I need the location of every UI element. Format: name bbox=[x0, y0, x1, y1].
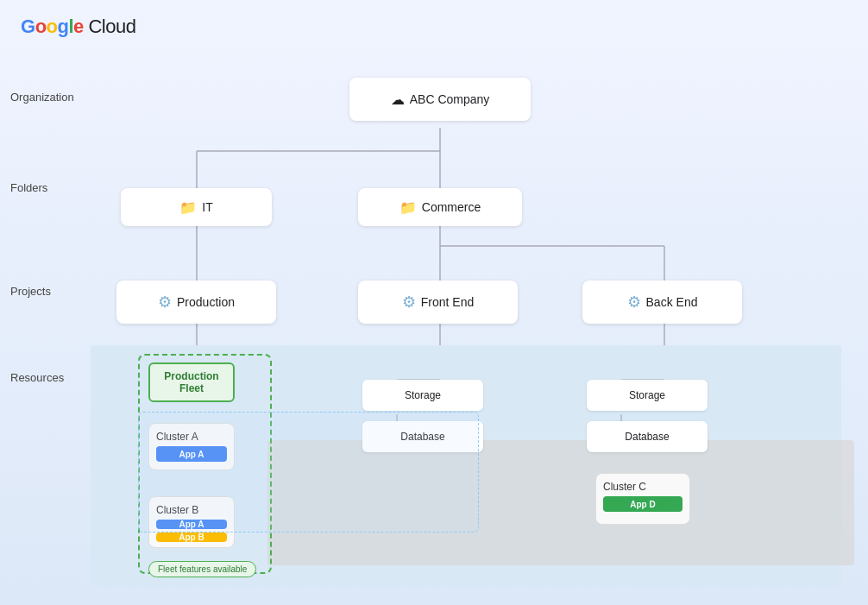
app-d-badge-cluster-c: App D bbox=[603, 496, 682, 512]
label-folders: Folders bbox=[10, 181, 47, 194]
app-b-badge-cluster-b: App B bbox=[156, 533, 227, 542]
fleet-label-text: Production Fleet bbox=[164, 370, 218, 394]
folder-icon-commerce: 📁 bbox=[399, 199, 417, 216]
frontend-storage: Storage bbox=[362, 380, 483, 411]
org-node: ☁ ABC Company bbox=[349, 78, 531, 121]
backend-storage: Storage bbox=[587, 380, 708, 411]
cluster-c-box: Cluster C App D bbox=[595, 473, 690, 525]
fleet-features-badge: Fleet features available bbox=[148, 561, 256, 577]
google-cloud-logo: Google Cloud bbox=[21, 16, 135, 38]
production-fleet-label: Production Fleet bbox=[148, 362, 235, 402]
inner-dashed-resources bbox=[138, 412, 479, 533]
label-resources: Resources bbox=[10, 371, 64, 384]
backend-database: Database bbox=[587, 421, 708, 452]
project-icon-backend: ⚙ bbox=[627, 293, 641, 312]
label-projects: Projects bbox=[10, 285, 51, 298]
header: Google Cloud bbox=[0, 0, 868, 38]
page: Google Cloud Organization Folders Projec… bbox=[0, 0, 868, 605]
commerce-node: 📁 Commerce bbox=[358, 188, 522, 226]
folder-icon-it: 📁 bbox=[179, 199, 197, 216]
project-icon-frontend: ⚙ bbox=[402, 293, 416, 312]
backend-node: ⚙ Back End bbox=[582, 280, 742, 324]
frontend-node: ⚙ Front End bbox=[358, 280, 518, 324]
cloud-icon: ☁ bbox=[391, 91, 405, 108]
production-node: ⚙ Production bbox=[116, 280, 276, 324]
label-organization: Organization bbox=[10, 91, 74, 104]
it-node: 📁 IT bbox=[121, 188, 272, 226]
project-icon-production: ⚙ bbox=[158, 293, 172, 312]
